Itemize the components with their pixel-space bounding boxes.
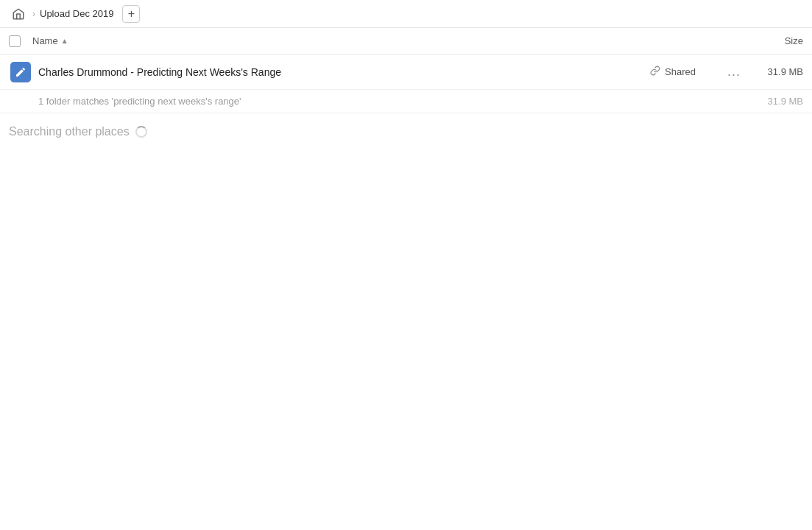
shared-link-icon bbox=[650, 66, 660, 78]
sort-arrow-icon: ▲ bbox=[61, 37, 68, 45]
matches-text: 1 folder matches 'predicting next weeks'… bbox=[38, 96, 744, 107]
home-button[interactable] bbox=[9, 4, 28, 24]
matches-row: 1 folder matches 'predicting next weeks'… bbox=[0, 90, 812, 113]
breadcrumb-separator: › bbox=[32, 9, 35, 19]
select-all-checkbox-cell bbox=[9, 35, 32, 47]
file-name: Charles Drummond - Predicting Next Weeks… bbox=[32, 66, 650, 78]
name-column-header[interactable]: Name ▲ bbox=[32, 35, 744, 46]
name-column-label: Name bbox=[32, 35, 58, 46]
shared-label: Shared bbox=[665, 66, 696, 77]
add-button[interactable]: + bbox=[122, 5, 140, 23]
breadcrumb-title: Upload Dec 2019 bbox=[40, 8, 113, 19]
file-shared-cell: Shared bbox=[650, 66, 724, 78]
searching-text: Searching other places bbox=[9, 125, 130, 138]
matches-size: 31.9 MB bbox=[744, 96, 803, 107]
more-options-button[interactable]: ... bbox=[724, 62, 744, 82]
size-column-header[interactable]: Size bbox=[744, 35, 803, 46]
breadcrumb-bar: › Upload Dec 2019 + bbox=[0, 0, 812, 28]
file-icon-cell bbox=[9, 62, 32, 82]
file-icon bbox=[10, 62, 31, 82]
file-size: 31.9 MB bbox=[744, 66, 803, 77]
column-header-row: Name ▲ Size bbox=[0, 28, 812, 54]
file-row[interactable]: Charles Drummond - Predicting Next Weeks… bbox=[0, 54, 812, 90]
searching-row: Searching other places bbox=[0, 113, 812, 150]
loading-spinner bbox=[135, 126, 147, 138]
select-all-checkbox[interactable] bbox=[9, 35, 21, 47]
